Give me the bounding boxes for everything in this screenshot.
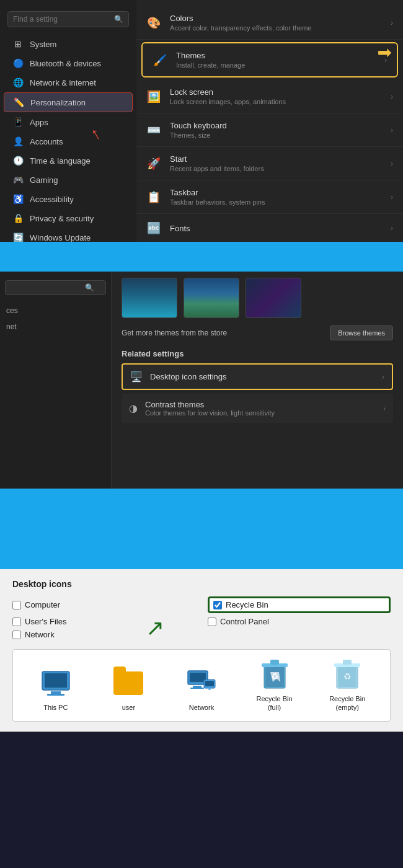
lockscreen-icon: 🖼️ [146,90,161,104]
user-icon [112,667,144,699]
search-bar[interactable]: 🔍 [7,11,129,27]
icon-this-pc[interactable]: This PC [28,667,84,712]
update-icon: 🔄 [12,232,24,242]
sidebar-item-time[interactable]: 🕐 Time & language [4,151,133,170]
svg-rect-7 [190,688,204,689]
start-title: Start [170,154,382,164]
touchkeyboard-text: Touch keyboard Themes, size [170,121,382,139]
checkbox-computer-input[interactable] [12,601,21,609]
svg-text:♻: ♻ [343,671,352,681]
sidebar-item-personalization[interactable]: ✏️ Personalization ↑ [4,92,133,112]
sidebar-item-label: Privacy & security [30,214,94,223]
checkbox-computer[interactable]: Computer [12,596,195,613]
taskbar-icon: 📋 [146,190,161,204]
themes-search-bar[interactable]: 🔍 [5,280,106,295]
fonts-text: Fonts [170,224,382,233]
checkbox-recycle-bin[interactable]: Recycle Bin [208,596,391,613]
desktop-icon-settings-icon: 🖥️ [130,371,143,383]
sidebar-item-windows-update[interactable]: 🔄 Windows Update [4,228,133,242]
icon-user[interactable]: user [100,667,156,712]
blue-separator-2 [0,489,403,569]
icon-recycle-bin-full[interactable]: ♻ Recycle Bin(full) [247,658,303,712]
themes-icon: 🖌️ [153,53,167,67]
checkbox-control-panel[interactable]: Control Panel [208,617,391,626]
themes-sidebar: 🔍 ces net [0,272,112,489]
icon-network[interactable]: Network [174,667,229,712]
svg-rect-1 [45,673,67,688]
checkbox-recycle-bin-input[interactable] [213,601,222,609]
settings-touchkeyboard[interactable]: ⌨️ Touch keyboard Themes, size › [136,113,403,147]
this-pc-label: This PC [43,703,68,712]
sidebar-item-privacy[interactable]: 🔒 Privacy & security [4,209,133,228]
sidebar-item-system[interactable]: ⊞ System [4,35,133,53]
themes-thumbnails-grid [122,278,393,318]
themes-title: Themes [176,51,376,60]
bluetooth-icon: 🔵 [12,58,24,68]
icon-recycle-bin-empty[interactable]: ♻ Recycle Bin(empty) [319,658,375,712]
checkbox-users-files-label: User's Files [25,617,67,626]
privacy-icon: 🔒 [12,213,24,223]
fonts-title: Fonts [170,224,382,233]
colors-text: Colors Accent color, transparency effect… [170,14,382,32]
checkbox-network-label: Network [25,630,55,639]
svg-rect-5 [190,673,206,682]
settings-themes[interactable]: 🖌️ Themes Install, create, manage › [141,42,398,78]
contrast-sub: Color themes for low vision, light sensi… [145,409,376,417]
svg-rect-9 [205,681,214,686]
settings-main-content: 🎨 Colors Accent color, transparency effe… [136,0,403,242]
settings-taskbar[interactable]: 📋 Taskbar Taskbar behaviors, system pins… [136,180,403,214]
theme-thumb-dark[interactable] [122,278,177,318]
sidebar-item-apps[interactable]: 📱 Apps [4,113,133,131]
svg-rect-2 [51,691,61,694]
green-arrow-indicator: ↗ [146,615,164,641]
time-icon: 🕐 [12,156,24,166]
fonts-chevron: › [391,224,393,232]
sidebar-item-gaming[interactable]: 🎮 Gaming [4,170,133,189]
desktop-icons-section: Desktop icons Computer Recycle Bin User'… [0,569,403,732]
settings-fonts[interactable]: 🔤 Fonts › [136,214,403,242]
settings-start[interactable]: 🚀 Start Recent apps and items, folders › [136,147,403,180]
yellow-arrow-2: ↗ [112,347,112,376]
blue-separator-1 [0,242,403,272]
themes-section: 🔍 ces net Get more themes from the store… [0,272,403,489]
contrast-themes-item[interactable]: ◑ Contrast themes Color themes for low v… [122,394,393,423]
sidebar-item-network[interactable]: 🌐 Network & internet [4,73,133,92]
sidebar-item-accounts[interactable]: 👤 Accounts [4,132,133,151]
checkbox-control-panel-label: Control Panel [220,617,269,626]
yellow-arrow-indicator: ⬅ [378,42,392,63]
search-icon: 🔍 [114,15,123,24]
sidebar-item-bluetooth[interactable]: 🔵 Bluetooth & devices [4,54,133,73]
theme-thumb-landscape[interactable] [184,278,239,318]
accounts-icon: 👤 [12,136,24,146]
taskbar-title: Taskbar [170,188,382,197]
taskbar-sub: Taskbar behaviors, system pins [170,198,382,206]
settings-colors[interactable]: 🎨 Colors Accent color, transparency effe… [136,6,403,40]
contrast-text: Contrast themes Color themes for low vis… [145,400,376,417]
recycle-bin-full-icon: ♻ [259,658,291,691]
sidebar-item-label: Apps [30,118,48,127]
lockscreen-text: Lock screen Lock screen images, apps, an… [170,87,382,105]
checkbox-users-files[interactable]: User's Files [12,617,195,626]
checkbox-control-panel-input[interactable] [208,618,216,626]
sidebar-item-label: Windows Update [30,233,91,242]
accessibility-icon: ♿ [12,194,24,204]
checkbox-network-input[interactable] [12,631,21,639]
touchkeyboard-icon: ⌨️ [146,123,161,137]
svg-rect-6 [193,686,202,688]
sidebar-item-label: Time & language [30,156,91,166]
settings-lockscreen[interactable]: 🖼️ Lock screen Lock screen images, apps,… [136,80,403,113]
sidebar-item-label: Accounts [30,137,63,146]
checkbox-network[interactable]: Network [12,630,195,639]
theme-store-text: Get more themes from the store [122,329,227,337]
taskbar-text: Taskbar Taskbar behaviors, system pins [170,188,382,206]
browse-themes-button[interactable]: Browse themes [330,326,393,340]
checkbox-users-files-input[interactable] [12,618,21,626]
settings-section-1: 🔍 ⊞ System 🔵 Bluetooth & devices 🌐 Netwo… [0,0,403,242]
theme-thumb-abstract[interactable] [246,278,301,318]
themes-search-input[interactable] [11,283,85,292]
network-icon: 🌐 [12,78,24,87]
sidebar-item-accessibility[interactable]: ♿ Accessibility [4,190,133,208]
desktop-icon-settings-item[interactable]: 🖥️ Desktop icon settings › [122,363,393,390]
search-input[interactable] [13,15,100,24]
apps-icon: 📱 [12,117,24,127]
